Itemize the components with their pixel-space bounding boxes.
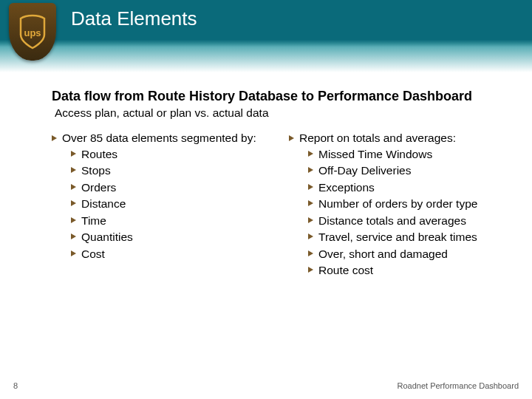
bullet-icon — [71, 184, 76, 190]
bullet-icon — [308, 217, 313, 223]
bullet-icon — [308, 200, 313, 206]
list-item: Missed Time Windows — [308, 146, 517, 163]
list-item: Stops — [71, 163, 280, 179]
bullet-icon — [71, 217, 76, 223]
bullet-icon — [71, 250, 76, 256]
list-item: Orders — [71, 180, 280, 196]
list-item: Routes — [71, 146, 280, 163]
bullet-icon — [71, 167, 76, 173]
list-item: Cost — [71, 246, 280, 262]
content-heading: Data flow from Route History Database to… — [52, 89, 517, 104]
content-columns: Over 85 data elements segmented by: Rout… — [52, 132, 517, 279]
list-item: Distance — [71, 196, 280, 212]
list-item: Quantities — [71, 229, 280, 245]
list-item: Travel, service and break times — [308, 229, 517, 245]
bullet-icon — [308, 267, 313, 273]
list-item: Off-Day Deliveries — [308, 163, 517, 179]
ups-logo: ups — [9, 3, 56, 61]
bullet-icon — [71, 233, 76, 239]
bullet-icon — [308, 151, 313, 157]
right-column: Report on totals and averages: Missed Ti… — [289, 132, 517, 279]
left-list: Routes Stops Orders Distance Time Quanti… — [71, 146, 280, 262]
bullet-icon — [52, 135, 57, 141]
bullet-icon — [71, 200, 76, 206]
left-lead: Over 85 data elements segmented by: — [52, 132, 280, 145]
bullet-icon — [308, 250, 313, 256]
list-item: Exceptions — [308, 180, 517, 196]
bullet-icon — [308, 233, 313, 239]
slide-content: Data flow from Route History Database to… — [52, 89, 517, 279]
left-column: Over 85 data elements segmented by: Rout… — [52, 132, 280, 279]
slide-title: Data Elements — [71, 7, 197, 30]
bullet-icon — [308, 167, 313, 173]
list-item: Number of orders by order type — [308, 196, 517, 212]
footer-text: Roadnet Performance Dashboard — [398, 381, 519, 390]
list-item: Route cost — [308, 262, 517, 279]
list-item: Over, short and damaged — [308, 246, 517, 262]
slide-header: ups Data Elements — [0, 0, 532, 72]
right-list: Missed Time Windows Off-Day Deliveries E… — [308, 146, 517, 279]
bullet-icon — [71, 151, 76, 157]
page-number: 8 — [13, 381, 18, 390]
list-item: Time — [71, 213, 280, 229]
right-lead-text: Report on totals and averages: — [299, 132, 456, 144]
right-lead: Report on totals and averages: — [289, 132, 517, 145]
bullet-icon — [308, 184, 313, 190]
svg-text:ups: ups — [24, 27, 41, 38]
content-subheading: Access plan, actual or plan vs. actual d… — [55, 106, 517, 120]
bullet-icon — [289, 135, 294, 141]
list-item: Distance totals and averages — [308, 213, 517, 229]
left-lead-text: Over 85 data elements segmented by: — [62, 132, 256, 144]
